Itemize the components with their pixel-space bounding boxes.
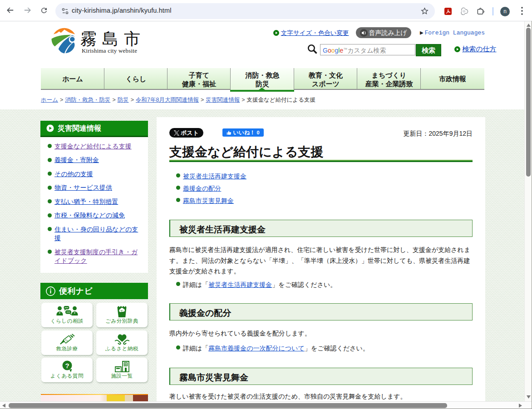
svg-text:?: ? bbox=[65, 362, 69, 370]
